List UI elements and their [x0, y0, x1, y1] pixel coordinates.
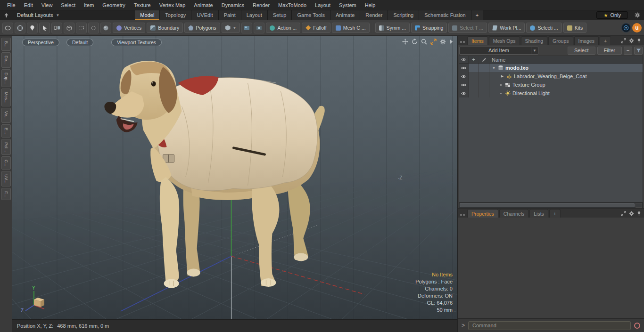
- snapping-button[interactable]: Snapping: [411, 23, 447, 33]
- work-plane-button[interactable]: Work Pl...: [488, 23, 525, 33]
- menu-help[interactable]: Help: [361, 0, 380, 10]
- left-tab-curves[interactable]: C...: [1, 156, 11, 170]
- mirror-pair-icon[interactable]: [51, 23, 62, 33]
- scrollbar-thumb[interactable]: [460, 203, 635, 207]
- pin-panel-icon[interactable]: [637, 38, 641, 43]
- tab-lists[interactable]: Lists: [529, 209, 548, 218]
- select-through-button[interactable]: Select T ...: [448, 23, 487, 33]
- kits-button[interactable]: Kits: [563, 23, 587, 33]
- panel-gear-icon[interactable]: [629, 211, 634, 216]
- command-record-indicator[interactable]: [634, 323, 640, 329]
- expand-panel-icon[interactable]: [621, 211, 626, 216]
- mesh-constraints-button[interactable]: Mesh C ...: [332, 23, 370, 33]
- cube-wire-icon[interactable]: [64, 23, 74, 33]
- tab-items-add[interactable]: +: [600, 36, 611, 45]
- visibility-toggle[interactable]: [459, 64, 469, 72]
- lasso-select-icon[interactable]: [88, 23, 99, 33]
- modo-logo-icon[interactable]: u: [632, 23, 642, 32]
- boundary-mode-button[interactable]: Boundary: [147, 23, 183, 33]
- menu-animate[interactable]: Animate: [190, 0, 217, 10]
- left-tab-duplicate[interactable]: Dup...: [1, 69, 11, 87]
- symmetry-button[interactable]: Symm ...: [375, 23, 410, 33]
- tab-shading[interactable]: Shading: [521, 36, 548, 45]
- ellipse-tool-icon[interactable]: [2, 23, 13, 33]
- orbit-icon[interactable]: [412, 39, 418, 45]
- modo-sphere-icon[interactable]: [621, 23, 631, 32]
- left-tab-basic[interactable]: B...: [1, 38, 11, 51]
- tab-schematic-fusion[interactable]: Schematic Fusion: [419, 10, 471, 20]
- ref-viewport-icon-2[interactable]: [254, 23, 264, 33]
- left-tab-falloff[interactable]: F...: [1, 188, 11, 200]
- item-list-empty-area[interactable]: [459, 97, 643, 202]
- tab-game-tools[interactable]: Game Tools: [292, 10, 330, 20]
- filter-funnel-button[interactable]: [634, 47, 643, 55]
- tab-channels[interactable]: Channels: [499, 209, 528, 218]
- viewport-perspective-button[interactable]: Perspective: [22, 39, 59, 46]
- selection-sets-button[interactable]: Selecti ...: [526, 23, 561, 33]
- tab-animate[interactable]: Animate: [330, 10, 360, 20]
- viewport-canvas[interactable]: [12, 36, 457, 319]
- menu-select[interactable]: Select: [57, 0, 80, 10]
- add-item-dropdown[interactable]: Add Item ▼: [459, 47, 538, 55]
- visibility-toggle[interactable]: [459, 89, 469, 97]
- pin-tool-icon[interactable]: [27, 23, 38, 33]
- tab-render[interactable]: Render: [360, 10, 388, 20]
- tab-topology[interactable]: Topology: [160, 10, 191, 20]
- add-layout-tab-button[interactable]: +: [471, 10, 483, 20]
- visibility-toggle[interactable]: [459, 72, 469, 81]
- panel-gear-icon[interactable]: [629, 38, 634, 43]
- tab-props-add[interactable]: +: [549, 209, 561, 218]
- viewport-default-button[interactable]: Default: [66, 39, 93, 46]
- left-tab-uv[interactable]: UV...: [1, 171, 11, 186]
- menu-maxtomodo[interactable]: MaxToModo: [274, 0, 311, 10]
- command-input[interactable]: [468, 321, 631, 330]
- only-filter-button[interactable]: ★ Only: [596, 11, 628, 19]
- polygons-mode-button[interactable]: Polygons: [184, 23, 220, 33]
- menu-edit[interactable]: Edit: [20, 0, 37, 10]
- ref-viewport-icon-1[interactable]: [241, 23, 252, 33]
- marquee-select-icon[interactable]: [76, 23, 87, 33]
- add-column-header[interactable]: +: [469, 56, 479, 63]
- zoom-icon[interactable]: [421, 39, 427, 45]
- menu-view[interactable]: View: [37, 0, 57, 10]
- layout-up-icon[interactable]: [0, 10, 12, 20]
- menu-file[interactable]: File: [3, 0, 20, 10]
- globe-tool-icon[interactable]: [15, 23, 25, 33]
- tab-model[interactable]: Model: [135, 10, 160, 20]
- falloff-button[interactable]: Falloff: [302, 23, 330, 33]
- tree-item-texture-group[interactable]: Texture Group: [489, 81, 643, 89]
- menu-geometry[interactable]: Geometry: [98, 0, 129, 10]
- name-column-header[interactable]: Name: [489, 56, 643, 63]
- visibility-toggle[interactable]: [459, 81, 469, 89]
- menu-render[interactable]: Render: [248, 0, 274, 10]
- panel-grip-icon[interactable]: [459, 214, 466, 218]
- pin-panel-icon[interactable]: [637, 211, 641, 216]
- menu-vertex-map[interactable]: Vertex Map: [155, 0, 190, 10]
- tab-paint[interactable]: Paint: [219, 10, 241, 20]
- viewport-more-chevron-icon[interactable]: [449, 39, 454, 44]
- left-tab-mesh[interactable]: Mes...: [1, 89, 11, 107]
- left-tab-edge[interactable]: E...: [1, 124, 11, 138]
- disclosure-closed-icon[interactable]: ▶: [500, 74, 504, 78]
- pan-icon[interactable]: [402, 39, 408, 45]
- left-tab-polygon[interactable]: Pol...: [1, 139, 11, 155]
- viewport-textures-button[interactable]: Viewport Textures: [111, 39, 162, 46]
- left-tab-vertex[interactable]: Ve...: [1, 108, 11, 123]
- collapse-list-button[interactable]: −: [624, 47, 632, 55]
- viewport-3d[interactable]: Perspective Default Viewport Textures -Z: [12, 36, 457, 319]
- tab-mesh-ops[interactable]: Mesh Ops: [489, 36, 520, 45]
- viewport-gear-icon[interactable]: [440, 39, 446, 45]
- tab-uvedit[interactable]: UVEdit: [191, 10, 218, 20]
- disclosure-open-icon[interactable]: ▼: [492, 66, 496, 70]
- item-mode-dropdown[interactable]: ▼: [222, 23, 240, 33]
- cursor-tool-icon[interactable]: [39, 23, 50, 33]
- menu-layout[interactable]: Layout: [311, 0, 335, 10]
- axis-gizmo[interactable]: Y Z: [20, 285, 54, 313]
- command-prompt-chevron[interactable]: >: [462, 322, 465, 329]
- tab-scripting[interactable]: Scripting: [388, 10, 419, 20]
- sphere-tool-icon[interactable]: [100, 23, 111, 33]
- add-item-chevron[interactable]: ▼: [531, 47, 538, 54]
- tab-properties[interactable]: Properties: [467, 209, 498, 218]
- panel-grip-icon[interactable]: [459, 41, 466, 45]
- tree-item-mesh[interactable]: ▶ Labrador_Wearing_Beige_Coat: [489, 72, 643, 81]
